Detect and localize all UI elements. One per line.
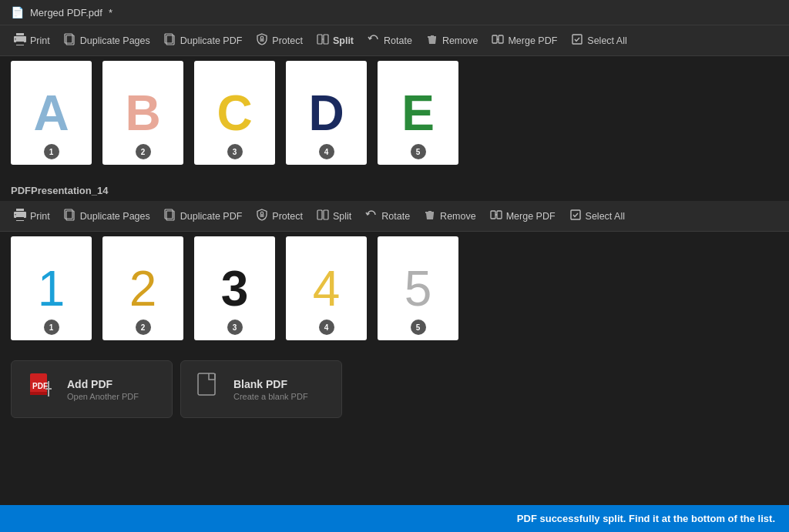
- toolbar-1: Print Duplicate Pages Duplicate PDF Prot…: [0, 25, 789, 56]
- svg-rect-17: [317, 210, 322, 219]
- page-thumb-2-3[interactable]: 3 3: [194, 236, 275, 340]
- page-thumb-2-1[interactable]: 1 1: [11, 236, 92, 340]
- add-pdf-title: Add PDF: [67, 378, 139, 390]
- page-number-1-5: 5: [411, 144, 426, 159]
- protect-button-1[interactable]: Protect: [250, 30, 309, 51]
- duplicate-pdf-label-2: Duplicate PDF: [180, 211, 243, 222]
- print-button-1[interactable]: Print: [8, 30, 56, 51]
- rotate-button-1[interactable]: Rotate: [361, 30, 418, 51]
- duplicate-pdf-label-1: Duplicate PDF: [180, 35, 243, 46]
- add-pdf-subtitle: Open Another PDF: [67, 392, 139, 401]
- protect-button-2[interactable]: Protect: [250, 206, 309, 226]
- duplicate-pages-icon-1: [64, 33, 76, 48]
- split-label-2: Split: [333, 211, 351, 222]
- page-digit-2-5: 5: [405, 264, 432, 313]
- select-all-label-1: Select All: [587, 35, 626, 46]
- page-thumb-2-4[interactable]: 4 4: [286, 236, 367, 340]
- svg-rect-19: [491, 211, 495, 219]
- page-thumb-1-3[interactable]: C 3: [194, 61, 275, 165]
- split-icon-2: [317, 209, 329, 223]
- page-number-1-1: 1: [44, 144, 59, 159]
- print-label-2: Print: [30, 211, 50, 222]
- page-thumb-1-1[interactable]: A 1: [11, 61, 92, 165]
- page-thumb-2-5[interactable]: 5 5: [378, 236, 458, 340]
- split-button-2[interactable]: Split: [311, 206, 358, 226]
- remove-icon-1: [426, 33, 438, 48]
- select-all-icon-1: [571, 33, 583, 48]
- remove-button-1[interactable]: Remove: [420, 30, 485, 51]
- section-2-title: PDFPresentation_14: [0, 177, 789, 201]
- bottom-actions: PDF Add PDF Open Another PDF B: [0, 353, 789, 426]
- select-all-label-2: Select All: [586, 211, 625, 222]
- remove-button-2[interactable]: Remove: [418, 206, 482, 226]
- duplicate-pdf-icon-1: [164, 33, 176, 48]
- title-bar-icon: 📄: [11, 6, 24, 18]
- svg-rect-4: [260, 38, 264, 42]
- rotate-icon-2: [365, 209, 378, 223]
- split-button-1[interactable]: Split: [311, 30, 360, 51]
- pdf-section-1: Print Duplicate Pages Duplicate PDF Prot…: [0, 25, 789, 177]
- pages-row-2: 1 1 2 2 3 3 4 4 5 5: [0, 232, 789, 353]
- protect-label-1: Protect: [272, 35, 303, 46]
- split-label-1: Split: [333, 35, 354, 46]
- duplicate-pdf-icon-2: [164, 209, 176, 223]
- rotate-button-2[interactable]: Rotate: [359, 206, 416, 226]
- merge-pdf-button-1[interactable]: Merge PDF: [485, 30, 563, 51]
- page-digit-2-4: 4: [313, 264, 341, 313]
- add-pdf-card[interactable]: PDF Add PDF Open Another PDF: [11, 360, 173, 418]
- title-bar: 📄 Merged PDF.pdf *: [0, 0, 789, 25]
- svg-rect-6: [324, 35, 328, 44]
- merge-pdf-icon-2: [490, 209, 502, 223]
- remove-label-1: Remove: [442, 35, 478, 46]
- select-all-icon-2: [569, 209, 582, 223]
- blank-pdf-card[interactable]: Blank PDF Create a blank PDF: [180, 360, 342, 418]
- duplicate-pages-label-1: Duplicate Pages: [80, 35, 150, 46]
- main-content: Print Duplicate Pages Duplicate PDF Prot…: [0, 25, 789, 505]
- page-thumb-1-4[interactable]: D 4: [286, 61, 367, 165]
- protect-icon-1: [256, 33, 268, 48]
- page-number-1-3: 3: [227, 144, 243, 159]
- print-icon-2: [14, 209, 26, 223]
- add-pdf-icon: PDF: [27, 372, 56, 407]
- svg-rect-11: [572, 35, 582, 44]
- print-icon-1: [14, 33, 26, 48]
- merge-pdf-icon-1: [492, 33, 504, 48]
- page-thumb-1-5[interactable]: E 5: [378, 61, 458, 165]
- page-digit-2-1: 1: [38, 264, 65, 313]
- print-button-2[interactable]: Print: [8, 206, 56, 226]
- blank-pdf-icon: [196, 372, 223, 407]
- svg-rect-18: [324, 210, 328, 219]
- page-number-2-4: 4: [319, 320, 334, 335]
- svg-rect-25: [30, 392, 47, 395]
- remove-label-2: Remove: [440, 211, 476, 222]
- svg-rect-28: [198, 373, 215, 395]
- page-letter-1-5: E: [401, 89, 435, 138]
- duplicate-pages-button-1[interactable]: Duplicate Pages: [58, 30, 156, 51]
- remove-icon-2: [424, 209, 436, 223]
- page-thumb-1-2[interactable]: B 2: [102, 61, 183, 165]
- protect-icon-2: [256, 209, 268, 223]
- page-digit-2-2: 2: [129, 264, 157, 313]
- page-letter-1-1: A: [33, 89, 69, 138]
- blank-pdf-title: Blank PDF: [233, 378, 308, 390]
- page-digit-2-3: 3: [221, 264, 249, 313]
- select-all-button-2[interactable]: Select All: [563, 206, 631, 226]
- add-pdf-text: Add PDF Open Another PDF: [67, 378, 139, 401]
- page-letter-1-2: B: [125, 89, 160, 138]
- protect-label-2: Protect: [272, 211, 303, 222]
- page-number-2-3: 3: [227, 320, 243, 335]
- duplicate-pages-label-2: Duplicate Pages: [80, 211, 150, 222]
- merge-pdf-label-1: Merge PDF: [508, 35, 557, 46]
- select-all-button-1[interactable]: Select All: [565, 30, 633, 51]
- page-thumb-2-2[interactable]: 2 2: [102, 236, 183, 340]
- blank-pdf-subtitle: Create a blank PDF: [233, 392, 308, 401]
- duplicate-pages-button-2[interactable]: Duplicate Pages: [58, 206, 156, 226]
- duplicate-pdf-button-2[interactable]: Duplicate PDF: [158, 206, 249, 226]
- page-letter-1-3: C: [217, 89, 252, 138]
- svg-rect-16: [260, 214, 264, 217]
- rotate-label-1: Rotate: [384, 35, 412, 46]
- duplicate-pdf-button-1[interactable]: Duplicate PDF: [158, 30, 249, 51]
- page-number-2-1: 1: [44, 320, 59, 335]
- page-number-1-4: 4: [319, 144, 334, 159]
- merge-pdf-button-2[interactable]: Merge PDF: [484, 206, 562, 226]
